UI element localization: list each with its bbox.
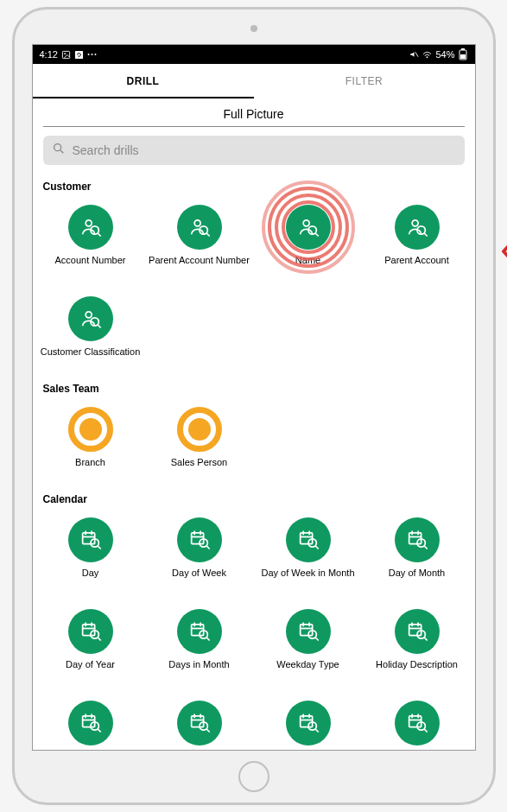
drill-weekday-type[interactable]: Weekday Type [254, 602, 363, 688]
drill-label: Holiday Description [376, 659, 458, 671]
person-search-icon [286, 205, 331, 250]
svg-point-13 [86, 220, 92, 226]
tab-drill-label: DRILL [127, 75, 160, 87]
drill-sales-person[interactable]: Sales Person [145, 400, 254, 486]
screen: 4:12 54% [32, 44, 476, 751]
drill-label: Parent Account [384, 255, 449, 267]
status-bar: 4:12 54% [33, 45, 475, 64]
svg-rect-70 [409, 625, 421, 636]
drill-label: Parent Account Number [149, 255, 250, 267]
svg-line-87 [206, 729, 210, 733]
drill-day[interactable]: Day [36, 511, 145, 597]
drill-name[interactable]: Name [254, 198, 363, 284]
drill-holiday-description[interactable]: Holiday Description [363, 602, 472, 688]
svg-line-45 [315, 546, 319, 549]
svg-line-27 [98, 325, 101, 328]
calendar-search-icon [177, 517, 222, 562]
svg-point-5 [94, 54, 96, 55]
svg-point-25 [86, 312, 92, 318]
person-search-icon [68, 296, 113, 341]
drill-label: Customer Classification [41, 346, 141, 358]
svg-rect-94 [409, 716, 421, 727]
svg-line-21 [315, 233, 319, 237]
circle-icon [68, 407, 113, 452]
svg-point-16 [194, 220, 200, 226]
more-icon [87, 50, 97, 60]
grid-customer: Account Number Parent Account Number Nam… [36, 198, 472, 376]
svg-rect-64 [300, 625, 312, 636]
person-search-icon [68, 205, 113, 250]
refresh-icon [74, 50, 84, 60]
svg-line-6 [415, 52, 418, 57]
svg-line-99 [424, 729, 428, 733]
drill-week-of-year[interactable]: Week of Year [145, 694, 254, 750]
status-battery-pct: 54% [435, 49, 454, 60]
svg-line-18 [206, 233, 210, 237]
svg-rect-46 [409, 533, 421, 544]
page-subtitle: Full Picture [43, 98, 465, 127]
svg-line-75 [424, 638, 428, 641]
drill-day-of-week[interactable]: Day of Week [145, 511, 254, 597]
svg-line-57 [98, 638, 101, 641]
wifi-icon [422, 50, 432, 60]
drill-month-name[interactable]: Month Name [363, 694, 472, 750]
calendar-search-icon [68, 701, 113, 745]
svg-rect-0 [62, 51, 69, 58]
status-time: 4:12 [40, 49, 58, 60]
drill-label: Days in Month [168, 659, 229, 671]
person-search-icon [177, 205, 222, 250]
home-button[interactable] [238, 761, 269, 792]
calendar-search-icon [177, 609, 222, 654]
tab-drill[interactable]: DRILL [33, 64, 254, 98]
drill-days-in-month[interactable]: Days in Month [145, 602, 254, 688]
svg-rect-9 [461, 48, 465, 50]
svg-line-39 [206, 546, 210, 549]
grid-calendar: Day Day of Week Day of Week in Month [36, 511, 472, 750]
calendar-search-icon [286, 701, 331, 745]
battery-icon [459, 50, 468, 60]
svg-line-81 [98, 729, 101, 733]
svg-rect-10 [460, 54, 466, 59]
tab-filter[interactable]: FILTER [254, 64, 475, 98]
svg-rect-52 [82, 625, 94, 636]
drill-day-of-week-in-month[interactable]: Day of Week in Month [254, 511, 363, 597]
section-title-calendar: Calendar [36, 486, 472, 511]
svg-line-93 [315, 729, 319, 733]
svg-line-69 [315, 638, 319, 641]
drill-parent-account[interactable]: Parent Account [363, 198, 472, 284]
svg-line-63 [206, 638, 210, 641]
drill-label: Name [295, 255, 320, 267]
drill-branch[interactable]: Branch [36, 400, 145, 486]
drill-parent-account-number[interactable]: Parent Account Number [145, 198, 254, 284]
circle-icon [177, 407, 222, 452]
svg-rect-40 [300, 533, 312, 544]
calendar-search-icon [177, 701, 222, 745]
drill-customer-classification[interactable]: Customer Classification [36, 289, 145, 376]
svg-rect-82 [191, 716, 203, 727]
drill-day-of-month[interactable]: Day of Month [363, 511, 472, 597]
svg-rect-76 [82, 716, 94, 727]
mute-icon [409, 50, 419, 60]
tab-filter-label: FILTER [345, 75, 383, 87]
tablet-frame: 4:12 54% [12, 7, 496, 805]
search-input[interactable] [73, 143, 456, 157]
person-search-icon [395, 205, 440, 250]
svg-point-3 [87, 54, 89, 55]
tabs: DRILL FILTER [33, 64, 475, 98]
drill-iso-week-of-year[interactable]: ISO Week of Year [254, 694, 363, 750]
calendar-search-icon [395, 609, 440, 654]
drill-day-of-year[interactable]: Day of Year [36, 602, 145, 688]
content[interactable]: Customer Account Number Parent Account N… [33, 174, 475, 750]
svg-point-4 [91, 54, 92, 55]
drill-week-of-month[interactable]: Week of Month [36, 694, 145, 750]
section-title-customer: Customer [36, 174, 472, 198]
image-icon [61, 50, 71, 60]
search-box[interactable] [43, 136, 465, 165]
calendar-search-icon [286, 609, 331, 654]
drill-account-number[interactable]: Account Number [36, 198, 145, 284]
svg-point-19 [303, 220, 309, 226]
drill-label: Weekday Type [276, 659, 339, 671]
svg-point-1 [64, 53, 66, 54]
section-title-sales-team: Sales Team [36, 376, 472, 400]
drill-label: Day of Week [172, 568, 226, 580]
